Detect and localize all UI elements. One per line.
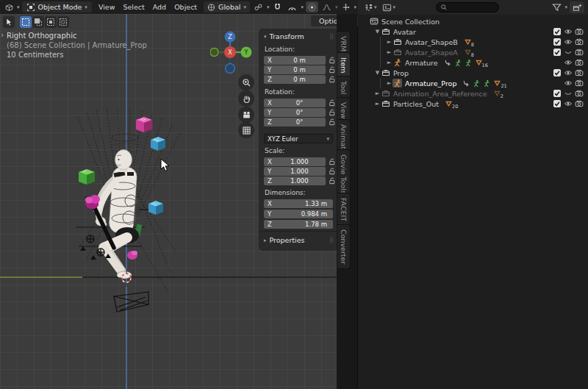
location-z-field[interactable]: Z0 m bbox=[264, 75, 326, 84]
tab-faceit[interactable]: FACEIT bbox=[337, 193, 351, 226]
tweak-tool-icon[interactable] bbox=[3, 16, 15, 28]
cube-green[interactable] bbox=[79, 169, 95, 185]
navigation-gizmo[interactable]: Z Y X bbox=[210, 29, 257, 78]
viewport-visibility-icon[interactable] bbox=[564, 68, 573, 77]
render-visibility-icon[interactable] bbox=[575, 27, 584, 36]
collection-icon[interactable] bbox=[392, 48, 402, 57]
render-visibility-icon[interactable] bbox=[575, 68, 584, 77]
orientation-selector[interactable]: Global ▾ bbox=[204, 1, 250, 13]
select-extend-tool-icon[interactable] bbox=[32, 16, 44, 28]
scale-y-field[interactable]: Y1.000 bbox=[264, 167, 326, 176]
snap-chevron[interactable]: ▾ bbox=[301, 4, 304, 10]
scene-icon[interactable] bbox=[369, 17, 379, 26]
panel-grip[interactable]: ⣿ bbox=[329, 237, 333, 243]
collection-icon[interactable] bbox=[392, 38, 402, 46]
expand-toggle[interactable]: ► bbox=[386, 39, 392, 45]
render-visibility-icon[interactable] bbox=[575, 48, 584, 57]
gizmo-minus-z-ball[interactable] bbox=[226, 64, 235, 74]
lock-icon[interactable] bbox=[328, 56, 337, 65]
editor-type-chevron[interactable]: ▾ bbox=[17, 4, 20, 10]
outliner-search[interactable] bbox=[436, 2, 499, 13]
checkbox[interactable] bbox=[553, 27, 562, 36]
lock-icon[interactable] bbox=[328, 157, 337, 166]
tab-govie-tools[interactable]: Govie Tools bbox=[337, 149, 351, 199]
collection-icon[interactable] bbox=[381, 27, 390, 36]
outliner-row-armature-prop[interactable]: ►Armature_Prop21 bbox=[358, 78, 588, 88]
tab-converter[interactable]: Converter bbox=[337, 224, 351, 269]
menu-view[interactable]: View bbox=[98, 1, 116, 13]
dimension-x-field[interactable]: X1.33 m bbox=[264, 199, 333, 208]
viewport-visibility-icon[interactable] bbox=[564, 99, 573, 108]
camera-view-icon[interactable] bbox=[238, 107, 254, 123]
search-input[interactable] bbox=[448, 4, 498, 11]
toolbar-expander[interactable]: › bbox=[1, 30, 4, 40]
dimension-z-field[interactable]: Z1.78 m bbox=[264, 220, 333, 229]
panel-grip[interactable]: ⣿ bbox=[329, 33, 333, 40]
collection-icon[interactable] bbox=[381, 89, 390, 98]
render-visibility-icon[interactable] bbox=[575, 79, 584, 88]
display-mode-icon[interactable] bbox=[381, 2, 393, 13]
rotation-y-field[interactable]: Y0° bbox=[264, 108, 326, 117]
checkbox[interactable] bbox=[553, 89, 562, 98]
scale-x-field[interactable]: X1.000 bbox=[264, 157, 326, 166]
expand-toggle[interactable]: ▼ bbox=[374, 29, 381, 35]
armature-icon[interactable] bbox=[392, 58, 402, 67]
checkbox[interactable] bbox=[553, 48, 562, 57]
gizmo-minus-y-ball[interactable] bbox=[210, 49, 218, 57]
tab-tool[interactable]: Tool bbox=[337, 76, 351, 99]
render-visibility-icon[interactable] bbox=[575, 99, 584, 108]
gizmo-chevron[interactable]: ▾ bbox=[354, 4, 356, 10]
pivot-chevron[interactable]: ▾ bbox=[267, 4, 270, 10]
expand-toggle[interactable]: ► bbox=[386, 80, 392, 86]
menu-add[interactable]: Add bbox=[152, 1, 167, 13]
viewport-visibility-icon[interactable] bbox=[564, 58, 573, 67]
pan-hand-icon[interactable] bbox=[238, 90, 254, 107]
scale-z-field[interactable]: Z1.000 bbox=[264, 176, 326, 185]
lock-icon[interactable] bbox=[328, 75, 337, 84]
render-visibility-icon[interactable] bbox=[575, 89, 584, 98]
snap-target-icon[interactable] bbox=[286, 1, 298, 13]
rotation-z-field[interactable]: Z0° bbox=[264, 118, 326, 126]
collection-icon[interactable] bbox=[381, 99, 390, 108]
lock-icon[interactable] bbox=[328, 108, 337, 117]
falloff-chevron[interactable]: ▾ bbox=[335, 4, 338, 10]
perspective-grid-icon[interactable] bbox=[238, 122, 254, 138]
lock-icon[interactable] bbox=[328, 99, 337, 107]
render-visibility-icon[interactable] bbox=[575, 58, 584, 67]
lock-icon[interactable] bbox=[328, 176, 337, 185]
lock-icon[interactable] bbox=[328, 118, 337, 126]
rotation-x-field[interactable]: X0° bbox=[264, 99, 326, 107]
checkbox[interactable] bbox=[553, 38, 562, 46]
lock-icon[interactable] bbox=[328, 65, 337, 74]
collection-icon[interactable] bbox=[381, 68, 390, 77]
menu-select[interactable]: Select bbox=[122, 1, 145, 13]
select-subtract-tool-icon[interactable] bbox=[45, 16, 57, 28]
show-gizmo-icon[interactable] bbox=[340, 1, 352, 13]
location-y-field[interactable]: Y0 m bbox=[264, 65, 326, 74]
outliner-row-scene-collection[interactable]: Scene Collection bbox=[358, 16, 588, 26]
proportional-editing-icon[interactable] bbox=[306, 1, 318, 13]
cube-pink-top[interactable] bbox=[136, 117, 152, 132]
pivot-point-icon[interactable] bbox=[252, 1, 265, 13]
lock-icon[interactable] bbox=[328, 167, 337, 176]
outliner-editor-icon[interactable] bbox=[362, 2, 374, 13]
viewport-visibility-icon[interactable] bbox=[564, 48, 573, 57]
menu-object[interactable]: Object bbox=[173, 1, 198, 13]
expand-toggle[interactable]: ► bbox=[374, 90, 381, 96]
armature-icon[interactable] bbox=[392, 79, 402, 88]
viewport-visibility-icon[interactable] bbox=[564, 89, 573, 98]
viewport-visibility-icon[interactable] bbox=[564, 27, 573, 36]
outliner-row-armature[interactable]: ►Armature16 bbox=[358, 57, 588, 68]
viewport-3d[interactable]: ▾ Object Mode ▾ ViewSelectAddObject Glob… bbox=[0, 0, 358, 389]
properties-panel-header[interactable]: ▸ Properties ⣿ bbox=[264, 236, 333, 244]
mode-selector[interactable]: Object Mode ▾ bbox=[22, 1, 92, 13]
new-collection-button[interactable] bbox=[570, 1, 584, 13]
filter-chevron[interactable]: ▾ bbox=[564, 4, 567, 10]
rotation-mode-dropdown[interactable]: XYZ Euler ▾ bbox=[264, 134, 333, 143]
falloff-curve-icon[interactable] bbox=[320, 1, 333, 13]
expand-toggle[interactable]: ► bbox=[386, 49, 392, 55]
select-box-tool-icon[interactable] bbox=[20, 16, 32, 28]
viewport-visibility-icon[interactable] bbox=[564, 38, 573, 46]
viewport-visibility-icon[interactable] bbox=[564, 79, 573, 88]
render-visibility-icon[interactable] bbox=[575, 38, 584, 46]
